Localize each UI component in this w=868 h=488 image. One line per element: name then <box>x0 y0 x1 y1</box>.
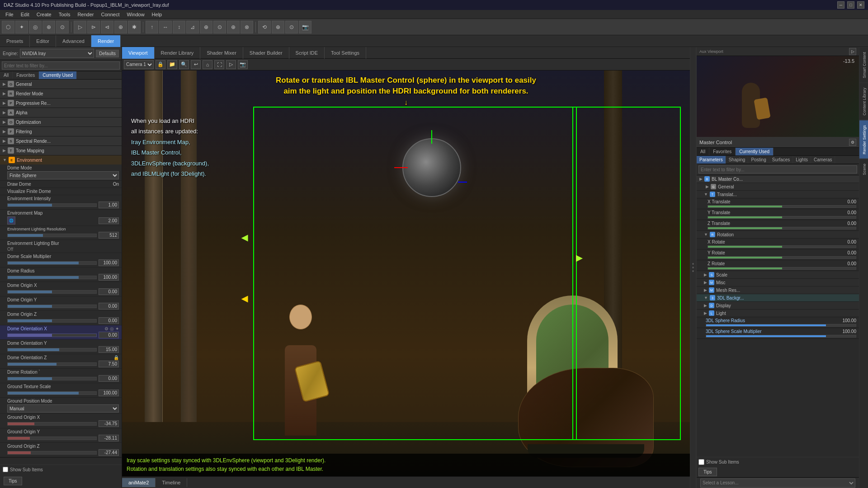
vtab-render-settings[interactable]: Render Settings <box>859 120 868 159</box>
dome-rotation-track[interactable] <box>7 377 97 380</box>
group-progressive-header[interactable]: ▶ P Progressive Re... <box>0 99 122 108</box>
mc-tab-lights[interactable]: Lights <box>793 156 811 164</box>
filter-favorites[interactable]: Favorites <box>13 71 39 79</box>
mc-sphere-scale-slider[interactable] <box>706 335 856 338</box>
tips-button-right[interactable]: Tips <box>698 468 717 476</box>
dome-origin-z-track[interactable] <box>7 319 97 323</box>
mc-x-rotate-slider[interactable] <box>708 245 856 248</box>
mc-general-sub-header[interactable]: ▶ G General <box>697 183 859 191</box>
restore-button[interactable]: □ <box>847 1 854 9</box>
vtab-content-library[interactable]: Content Library <box>859 83 868 120</box>
dome-scale-track[interactable] <box>7 261 97 265</box>
dome-orientation-x-track[interactable] <box>7 333 97 337</box>
filter-currently-used[interactable]: Currently Used <box>39 71 77 79</box>
tab-viewport[interactable]: Viewport <box>122 47 155 59</box>
group-spectral-header[interactable]: ▶ S Spectral Rende... <box>0 136 122 145</box>
tool-btn-2[interactable]: ✦ <box>15 21 28 33</box>
tool-btn-8[interactable]: ⊲ <box>101 21 113 33</box>
dome-radius-input[interactable] <box>99 274 119 281</box>
tool-btn-17[interactable]: ⊕ <box>227 21 240 33</box>
tool-btn-10[interactable]: ✱ <box>128 21 141 33</box>
tool-btn-9[interactable]: ⊕ <box>114 21 127 33</box>
dome-mode-select[interactable]: Finite Sphere <box>7 171 119 179</box>
ground-origin-x-track[interactable] <box>7 422 97 426</box>
mc-filter-all[interactable]: All <box>697 148 709 155</box>
tool-btn-3[interactable]: ◎ <box>29 21 42 33</box>
env-map-thumb[interactable]: 🌐 <box>7 216 15 225</box>
tab-script-ide[interactable]: Script IDE <box>289 47 325 59</box>
ground-texture-scale-track[interactable] <box>7 391 97 395</box>
menu-help[interactable]: Help <box>148 12 166 17</box>
mc-search-input[interactable] <box>698 165 857 174</box>
dome-rotation-input[interactable] <box>99 375 119 382</box>
tool-btn-21[interactable]: ⊙ <box>285 21 298 33</box>
defaults-button[interactable]: Defaults <box>96 50 119 57</box>
tips-button-left[interactable]: Tips <box>4 477 22 485</box>
ground-origin-z-input[interactable] <box>99 449 119 456</box>
tool-btn-5[interactable]: ⊙ <box>56 21 69 33</box>
show-sub-items-checkbox-left[interactable] <box>3 467 8 472</box>
dome-origin-z-input[interactable] <box>99 317 119 324</box>
dome-origin-y-input[interactable] <box>99 303 119 310</box>
env-intensity-input[interactable] <box>99 202 119 208</box>
dome-orientation-z-track[interactable] <box>7 362 97 366</box>
tab-shader-builder[interactable]: Shader Builder <box>243 47 289 59</box>
mc-z-rotate-slider[interactable] <box>708 267 856 270</box>
mc-tab-cameras[interactable]: Cameras <box>811 156 835 164</box>
tab-render[interactable]: Render <box>91 35 121 47</box>
dome-origin-x-track[interactable] <box>7 290 97 294</box>
tab-render-library[interactable]: Render Library <box>155 47 201 59</box>
tool-btn-13[interactable]: ↕ <box>173 21 185 33</box>
dome-scale-input[interactable] <box>99 259 119 266</box>
ground-texture-scale-input[interactable] <box>99 389 119 396</box>
group-filtering-header[interactable]: ▶ F Filtering <box>0 127 122 136</box>
mc-y-rotate-slider[interactable] <box>708 256 856 259</box>
env-lighting-res-track[interactable] <box>7 234 97 237</box>
menu-edit[interactable]: Edit <box>17 12 33 17</box>
mc-rotation-header[interactable]: ▼ R Rotation <box>697 231 859 239</box>
vp-home-btn[interactable]: ⌂ <box>203 60 212 69</box>
mc-tab-surfaces[interactable]: Surfaces <box>769 156 793 164</box>
tab-animate2[interactable]: aniMate2 <box>122 478 156 487</box>
vp-lock-btn[interactable]: 🔒 <box>156 60 165 69</box>
mc-x-translate-slider[interactable] <box>708 205 856 208</box>
camera-select[interactable]: Camera 1 <box>124 60 154 69</box>
mc-light-header[interactable]: ▶ L Light <box>697 310 859 317</box>
tab-presets[interactable]: Presets <box>0 35 30 47</box>
dome-orientation-y-input[interactable] <box>99 346 119 353</box>
mc-misc-header[interactable]: ▶ M Misc <box>697 279 859 286</box>
tab-advanced[interactable]: Advanced <box>56 35 91 47</box>
tool-btn-18[interactable]: ⊗ <box>241 21 253 33</box>
lesson-select[interactable]: Select a Lesson... <box>700 479 855 488</box>
ground-origin-x-input[interactable] <box>99 420 119 427</box>
vtab-scene[interactable]: Scene <box>859 159 868 180</box>
mc-scale-header[interactable]: ▶ S Scale <box>697 271 859 279</box>
menu-tools[interactable]: Tools <box>55 12 74 17</box>
close-button[interactable]: ✕ <box>857 1 864 9</box>
vp-camera-btn[interactable]: 📷 <box>238 60 248 69</box>
menu-connect[interactable]: Connect <box>98 12 123 17</box>
vp-fullscreen-btn[interactable]: ⛶ <box>214 60 224 69</box>
group-tone-mapping-header[interactable]: ▶ T Tone Mapping <box>0 146 122 155</box>
left-search-input[interactable] <box>2 61 120 70</box>
tab-shader-mixer[interactable]: Shader Mixer <box>200 47 243 59</box>
menu-window[interactable]: Window <box>123 12 148 17</box>
mc-group-bl-header[interactable]: ▶ B BL Master Co... <box>697 175 859 183</box>
tool-btn-19[interactable]: ⟲ <box>258 21 271 33</box>
tool-btn-12[interactable]: ↔ <box>159 21 172 33</box>
ground-origin-z-track[interactable] <box>7 451 97 455</box>
mc-filter-currently-used[interactable]: Currently Used <box>736 148 774 155</box>
tab-tool-settings[interactable]: Tool Settings <box>325 47 366 59</box>
vp-back-btn[interactable]: ↩ <box>191 60 201 69</box>
mc-translate-header[interactable]: ▼ T Translat... <box>697 191 859 198</box>
mc-mesh-res-header[interactable]: ▶ M Mesh Res... <box>697 286 859 294</box>
tab-timeline[interactable]: Timeline <box>156 478 187 487</box>
group-general-header[interactable]: ▶ G General <box>0 80 122 89</box>
vp-search-btn[interactable]: 🔍 <box>179 60 189 69</box>
tool-btn-11[interactable]: ↑ <box>146 21 158 33</box>
ground-position-mode-select[interactable]: Manual <box>7 404 119 413</box>
mc-y-translate-slider[interactable] <box>708 216 856 219</box>
dome-orientation-y-track[interactable] <box>7 348 97 352</box>
menu-create[interactable]: Create <box>33 12 55 17</box>
mc-tab-shaping[interactable]: Shaping <box>726 156 749 164</box>
